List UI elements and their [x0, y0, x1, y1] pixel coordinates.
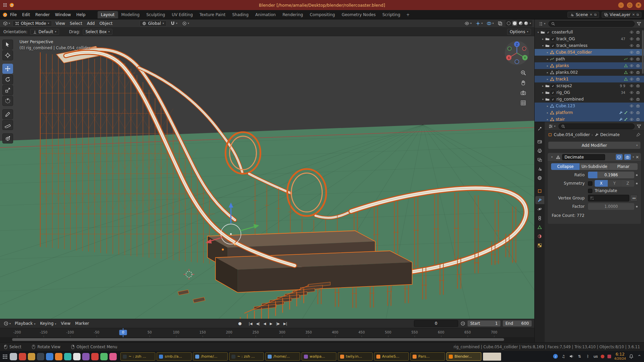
pan-hand-icon[interactable]: [520, 80, 526, 86]
jump-start-button[interactable]: |◀: [247, 321, 254, 326]
volume-icon[interactable]: [569, 354, 574, 359]
tool-scale-button[interactable]: [2, 85, 13, 95]
symmetry-axis-y[interactable]: Y: [608, 180, 622, 187]
transform-orientation-dropdown[interactable]: Global▾: [140, 20, 166, 26]
disclosure-icon[interactable]: ▸: [545, 78, 550, 81]
play-reverse-button[interactable]: ◀: [262, 321, 268, 326]
outliner-row[interactable]: ▸planks.002: [535, 69, 644, 76]
tray-expand-icon[interactable]: ^: [637, 354, 642, 359]
workspace-tab-modeling[interactable]: Modeling: [118, 11, 143, 18]
pin-icon[interactable]: [636, 132, 641, 137]
next-keyframe-button[interactable]: |▶: [275, 321, 281, 326]
taskbar-window-button[interactable]: AnalieS...: [374, 352, 409, 361]
taskbar-app-icon[interactable]: [91, 353, 99, 360]
vertex-group-field[interactable]: [588, 195, 629, 201]
ratio-slider[interactable]: 0.1986: [588, 172, 634, 178]
modifier-name-field[interactable]: [562, 154, 605, 160]
decimate-mode-un-subdivide[interactable]: Un-Subdivide: [580, 163, 609, 170]
taskbar-app-icon[interactable]: [100, 353, 108, 360]
add-modifier-button[interactable]: Add Modifier▾: [548, 141, 641, 149]
tool-measure-button[interactable]: [2, 120, 13, 130]
viewport-menu-select[interactable]: Select: [67, 20, 85, 26]
viewport-menu-view[interactable]: View: [53, 20, 67, 26]
workspace-tab-rendering[interactable]: Rendering: [279, 11, 306, 18]
taskbar-app-icon[interactable]: [37, 353, 44, 360]
properties-search-input[interactable]: [567, 124, 632, 128]
jump-end-button[interactable]: ▶|: [282, 321, 288, 326]
disclosure-icon[interactable]: ▸: [545, 118, 550, 121]
scene-selector[interactable]: Scene ✕ ⧉: [568, 12, 599, 18]
camera-view-icon[interactable]: [520, 90, 526, 96]
disclosure-icon[interactable]: ▸: [545, 51, 550, 54]
outliner-row[interactable]: ▸platform: [535, 109, 644, 116]
taskbar-app-icon[interactable]: [10, 353, 17, 360]
editor-type-button[interactable]: ▾: [2, 20, 11, 26]
media-tray-icon[interactable]: ♫: [561, 354, 566, 359]
taskbar-window-button[interactable]: twily.in...: [338, 352, 373, 361]
properties-search[interactable]: [558, 123, 635, 129]
close-button[interactable]: ✕: [636, 2, 641, 8]
taskbar-app-icon[interactable]: [28, 353, 35, 360]
tool-transform-button[interactable]: [2, 96, 13, 106]
viewlayer-selector[interactable]: ViewLayer ✕ ⧉: [602, 12, 641, 18]
outliner-row[interactable]: ▾✓coasterfull: [535, 29, 644, 36]
workspace-tab-layout[interactable]: Layout: [98, 11, 118, 18]
drag-dropdown[interactable]: Select Box▾: [83, 29, 112, 35]
properties-tab-output[interactable]: [535, 147, 544, 155]
modifier-render-toggle[interactable]: [624, 154, 631, 160]
playhead-frame-label[interactable]: 0: [119, 330, 127, 335]
symmetry-axis-x[interactable]: X: [595, 180, 608, 187]
scene-unlink-icon[interactable]: ✕: [590, 13, 592, 16]
outliner-row[interactable]: ▸Cube.054_collider: [535, 49, 644, 56]
outliner-row[interactable]: ▸✓scraps29 9: [535, 82, 644, 89]
current-frame-field[interactable]: 0: [414, 320, 458, 327]
start-frame-field[interactable]: Start1: [468, 320, 500, 326]
gizmo-dropdown[interactable]: ▾: [475, 20, 484, 26]
properties-tab-constraints[interactable]: [535, 214, 544, 222]
viewlayer-new-icon[interactable]: ⧉: [637, 13, 639, 17]
outliner-search-input[interactable]: [557, 21, 632, 26]
recording-tray-icon[interactable]: [601, 355, 604, 358]
taskbar-app-icon[interactable]: [73, 353, 80, 360]
collection-checkbox[interactable]: ✓: [551, 84, 555, 88]
taskbar-app-icon[interactable]: [109, 353, 117, 360]
network-icon[interactable]: ⇅: [577, 354, 582, 359]
outliner-row[interactable]: ▸✓rig_OG34: [535, 89, 644, 96]
timeline-scrollbar[interactable]: [0, 337, 534, 342]
disclosure-icon[interactable]: ▾: [541, 98, 545, 101]
ortho-grid-icon[interactable]: [520, 100, 526, 106]
taskbar-window-button[interactable]: ~ : zsh ...: [229, 352, 264, 361]
options-dropdown[interactable]: Options▾: [507, 29, 531, 35]
taskbar-app-icon[interactable]: [82, 353, 90, 360]
animate-dot-icon[interactable]: [636, 183, 638, 184]
outliner-editor-type-button[interactable]: ▾: [537, 21, 546, 27]
taskbar-window-button[interactable]: smb://a...: [157, 352, 192, 361]
info-tray-icon[interactable]: i: [553, 354, 558, 359]
animate-dot-icon[interactable]: [636, 174, 638, 176]
workspace-tab-shading[interactable]: Shading: [229, 11, 252, 18]
symmetry-checkbox[interactable]: [588, 181, 592, 186]
disclosure-icon[interactable]: ▸: [545, 111, 550, 114]
app-launcher-icon[interactable]: [2, 354, 8, 360]
properties-tab-view-layer[interactable]: [535, 156, 544, 164]
outliner-scrollbar[interactable]: [642, 30, 644, 74]
properties-tab-texture[interactable]: [535, 241, 544, 249]
blender-menu-icon[interactable]: [3, 12, 7, 17]
properties-tab-render[interactable]: [535, 138, 544, 146]
modifier-close-button[interactable]: ✕: [636, 155, 639, 160]
taskbar-window-button[interactable]: /home/...: [193, 352, 228, 361]
viewport-menu-object[interactable]: Object: [97, 20, 115, 26]
panel-disclosure-icon[interactable]: ▾: [550, 156, 554, 159]
untitled-window-button[interactable]: [483, 353, 501, 361]
modifier-viewport-toggle[interactable]: [616, 154, 623, 160]
menu-edit[interactable]: Edit: [19, 11, 33, 18]
factor-slider[interactable]: 1.0000: [588, 203, 634, 210]
outliner-row[interactable]: ▸Cube.123: [535, 103, 644, 109]
breadcrumb-modifier[interactable]: Decimate: [600, 132, 620, 137]
outliner-row[interactable]: ▸path: [535, 56, 644, 62]
tool-add-cube-button[interactable]: [2, 133, 13, 143]
clock[interactable]: 6:12 4/20/24: [614, 352, 626, 360]
disclosure-icon[interactable]: ▸: [541, 38, 545, 41]
properties-tab-modifiers[interactable]: [535, 196, 544, 204]
timeline-menu-view[interactable]: View: [59, 320, 73, 326]
